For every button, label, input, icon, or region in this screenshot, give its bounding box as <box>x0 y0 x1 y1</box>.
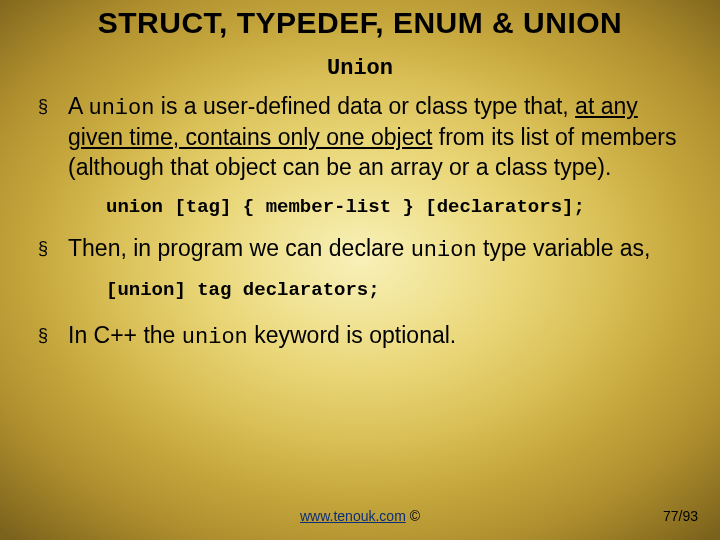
text-fragment: Then, in program we can declare <box>68 235 411 261</box>
text-fragment: A <box>68 93 88 119</box>
bullet-marker: § <box>38 234 68 262</box>
copyright: © <box>406 508 420 524</box>
bullet-text: Then, in program we can declare union ty… <box>68 234 678 265</box>
subtitle: Union <box>0 56 720 81</box>
footer-link[interactable]: www.tenouk.com <box>300 508 406 524</box>
bullet-marker: § <box>38 321 68 349</box>
code-block-1: union [tag] { member-list } [declarators… <box>106 196 678 218</box>
text-fragment: type variable as, <box>477 235 651 261</box>
bullet-3: § In C++ the union keyword is optional. <box>38 321 678 352</box>
bullet-text: A union is a user-defined data or class … <box>68 92 678 182</box>
text-fragment: In C++ the <box>68 322 182 348</box>
text-fragment: is a user-defined data or class type tha… <box>154 93 575 119</box>
bullet-marker: § <box>38 92 68 120</box>
code-inline: union <box>182 325 248 350</box>
bullet-1: § A union is a user-defined data or clas… <box>38 92 678 182</box>
page-title: STRUCT, TYPEDEF, ENUM & UNION <box>0 6 720 40</box>
text-fragment: keyword is optional. <box>248 322 456 348</box>
slide: STRUCT, TYPEDEF, ENUM & UNION Union § A … <box>0 0 720 540</box>
code-block-2: [union] tag declarators; <box>106 279 678 301</box>
page-number: 77/93 <box>663 508 698 524</box>
code-inline: union <box>88 96 154 121</box>
body: § A union is a user-defined data or clas… <box>38 92 678 366</box>
footer: www.tenouk.com © <box>0 508 720 524</box>
bullet-text: In C++ the union keyword is optional. <box>68 321 678 352</box>
code-inline: union <box>411 238 477 263</box>
bullet-2: § Then, in program we can declare union … <box>38 234 678 265</box>
